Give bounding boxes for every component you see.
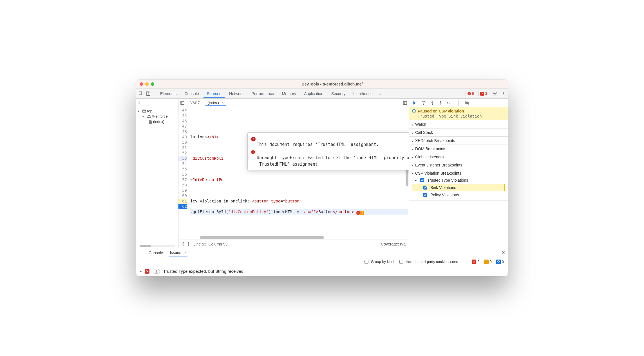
svg-rect-1	[147, 92, 149, 96]
csp-item-policy[interactable]: Policy Violations	[412, 191, 505, 199]
editor-tab-index[interactable]: (index) ×	[205, 100, 226, 106]
editor-scroll-h[interactable]	[200, 236, 407, 240]
close-tab-icon[interactable]: ×	[222, 101, 224, 105]
group-by-kind-toggle[interactable]: Group by kind	[363, 259, 394, 265]
editor-status-bar: { } Line 53, Column 93 Coverage: n/a	[178, 240, 409, 248]
tab-network[interactable]: Network	[226, 90, 247, 98]
tab-performance[interactable]: Performance	[248, 90, 277, 98]
code-area[interactable]: lations</h1> "divCustomPoli ="divDefault…	[189, 107, 409, 240]
csp-sink-checkbox[interactable]	[423, 186, 427, 190]
tab-lighthouse[interactable]: Lighthouse	[350, 90, 376, 98]
run-snippet-icon[interactable]	[403, 101, 407, 105]
svg-point-9	[174, 103, 174, 104]
resume-icon[interactable]	[412, 100, 417, 105]
third-party-toggle[interactable]: Include third-party cookie issues	[398, 259, 458, 265]
tree-file[interactable]: (index)	[136, 119, 178, 124]
navigator-pane: » top tt-enforce (index)	[136, 99, 178, 248]
device-toolbar-icon[interactable]	[146, 91, 151, 96]
toolbar-divider	[154, 91, 154, 97]
navigator-header: »	[136, 99, 178, 107]
settings-gear-icon[interactable]	[493, 91, 498, 96]
issue-row[interactable]: ✕ 1 Trusted Type expected, but String re…	[136, 266, 508, 276]
editor-body[interactable]: 444546474849505152 5354555657585960 6162…	[178, 107, 409, 240]
zoom-window-button[interactable]	[151, 82, 154, 86]
section-xhr[interactable]: XHR/fetch Breakpoints	[409, 137, 508, 145]
tab-application[interactable]: Application	[301, 90, 327, 98]
warning-icon[interactable]: !	[360, 211, 364, 215]
step-out-icon[interactable]	[439, 101, 443, 105]
editor-scroll-v[interactable]	[405, 107, 409, 236]
tree-top-label: top	[147, 109, 152, 113]
close-window-button[interactable]	[140, 82, 143, 86]
tree-origin[interactable]: tt-enforce	[136, 114, 178, 119]
error-icon: ✕	[468, 92, 471, 95]
cursor-position: Line 53, Column 93	[193, 242, 227, 246]
file-tree[interactable]: top tt-enforce (index)	[136, 107, 178, 248]
editor-tab-index-label: (index)	[208, 101, 219, 105]
svg-point-6	[503, 94, 504, 95]
violation-count-badge[interactable]: ✕ 2	[478, 91, 489, 96]
tab-sources[interactable]: Sources	[204, 90, 225, 98]
section-csp[interactable]: CSP Violation Breakpoints ▾ Trusted Type…	[409, 169, 508, 200]
error-count-badge[interactable]: ✕ 6	[466, 91, 476, 96]
svg-point-13	[423, 104, 424, 105]
more-options-icon[interactable]	[501, 91, 506, 96]
navigator-scroll[interactable]	[140, 245, 175, 247]
more-tabs-icon[interactable]: »	[377, 90, 384, 98]
deactivate-breakpoints-icon[interactable]	[465, 100, 470, 105]
svg-point-3	[495, 93, 496, 94]
error-icon[interactable]: ✕	[356, 211, 360, 215]
more-tabs-icon[interactable]: »	[138, 101, 140, 105]
tab-security[interactable]: Security	[328, 90, 349, 98]
step-into-icon[interactable]	[430, 101, 435, 105]
csp-item-tt[interactable]: ▾ Trusted Type Violations	[412, 177, 505, 184]
tab-elements[interactable]: Elements	[157, 90, 180, 98]
step-over-icon[interactable]	[421, 100, 426, 105]
navigator-menu-icon[interactable]	[172, 101, 176, 105]
section-dom[interactable]: DOM Breakpoints	[409, 145, 508, 153]
close-drawer-icon[interactable]: ×	[502, 250, 505, 256]
group-by-kind-checkbox[interactable]	[365, 260, 368, 264]
scroll-thumb[interactable]	[200, 236, 324, 239]
section-evt[interactable]: Event Listener Breakpoints	[409, 161, 508, 169]
cloud-icon	[147, 115, 151, 118]
drawer: Console Issues × × Group by kind Include…	[136, 248, 508, 276]
drawer-tab-issues[interactable]: Issues ×	[169, 249, 187, 256]
paused-title: Paused on CSP violation	[418, 109, 464, 113]
close-tab-icon[interactable]: ×	[184, 250, 186, 255]
debugger-controls	[409, 99, 508, 107]
issue-warn-count: !0	[484, 260, 492, 264]
svg-point-16	[447, 102, 448, 103]
inspect-element-icon[interactable]	[138, 91, 144, 96]
minimize-window-button[interactable]	[145, 82, 149, 86]
navigate-history-icon[interactable]	[180, 101, 185, 105]
debugger-pane: ⓘPaused on CSP violation Trusted Type Si…	[409, 99, 508, 248]
svg-point-4	[503, 92, 504, 93]
step-icon[interactable]	[447, 101, 452, 105]
error-count-icon: 2	[251, 137, 256, 141]
paused-subtitle: Trusted Type Sink Violation	[418, 114, 505, 118]
drawer-menu-icon[interactable]	[139, 251, 143, 255]
info-icon: ⓘ	[412, 109, 416, 113]
svg-point-14	[432, 104, 433, 105]
pretty-print-icon[interactable]: { }	[182, 241, 190, 247]
window-controls	[140, 82, 154, 86]
issue-info-count: 🗨0	[496, 260, 504, 264]
issue-count-pill: 1	[153, 269, 160, 274]
third-party-checkbox[interactable]	[399, 260, 403, 264]
error-icon: ✕	[472, 260, 476, 264]
tab-memory[interactable]: Memory	[279, 90, 300, 98]
tree-top[interactable]: top	[136, 108, 178, 114]
csp-policy-checkbox[interactable]	[423, 193, 427, 197]
csp-tt-checkbox[interactable]	[420, 178, 424, 182]
section-callstack[interactable]: Call Stack	[409, 129, 508, 137]
section-watch[interactable]: Watch	[409, 120, 508, 129]
section-global[interactable]: Global Listeners	[409, 153, 508, 161]
csp-item-sink[interactable]: Sink Violations	[412, 184, 505, 191]
editor-pane: VM17 (index) × 444546474849505152 535455…	[178, 99, 409, 248]
scroll-thumb[interactable]	[140, 245, 151, 247]
tab-console[interactable]: Console	[181, 90, 202, 98]
csp-policy-label: Policy Violations	[430, 193, 459, 197]
drawer-tab-console[interactable]: Console	[147, 249, 164, 256]
editor-tab-vm17[interactable]: VM17	[188, 100, 202, 106]
